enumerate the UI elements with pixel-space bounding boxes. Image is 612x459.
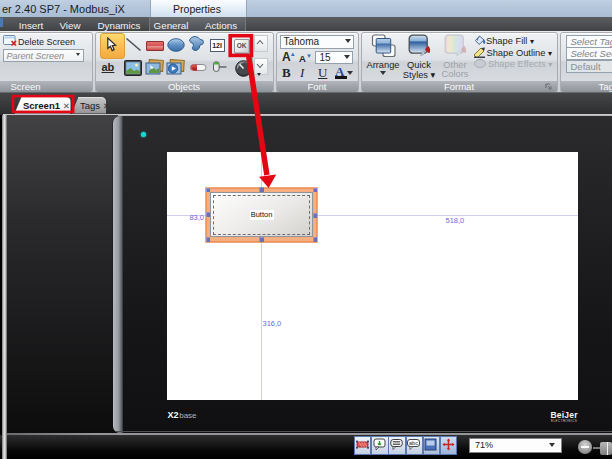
svg-text:abc: abc	[409, 440, 418, 446]
